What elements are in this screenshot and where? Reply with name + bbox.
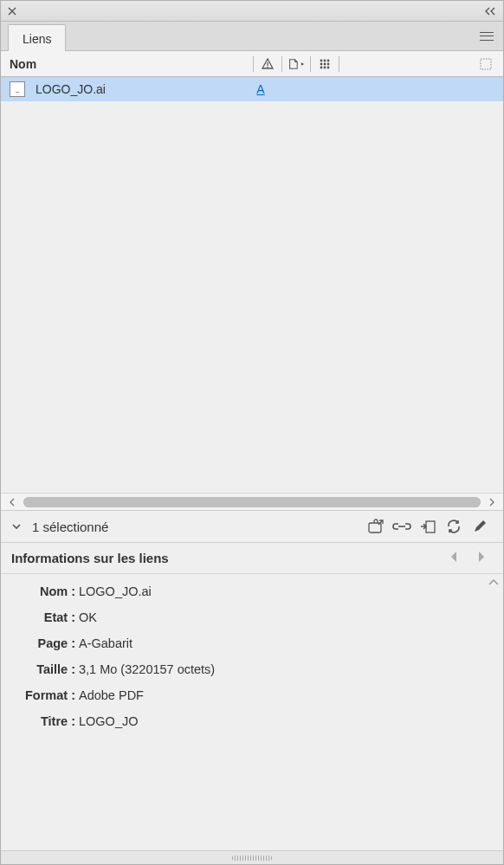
expand-selection-icon[interactable] [11, 521, 22, 532]
svg-point-1 [267, 66, 268, 68]
relink-from-cc-icon[interactable] [363, 516, 389, 537]
svg-point-3 [324, 59, 326, 61]
show-details-column-icon[interactable] [477, 55, 494, 73]
svg-point-6 [324, 62, 326, 65]
info-value-name: LOGO_JO.ai [79, 584, 152, 598]
svg-point-10 [327, 66, 330, 68]
svg-point-5 [320, 62, 323, 65]
panel-titlebar [1, 1, 503, 22]
scroll-right-icon[interactable] [486, 496, 498, 508]
info-value-title: LOGO_JO [79, 714, 139, 728]
info-label-format: Format [13, 688, 75, 702]
info-value-status: OK [79, 610, 97, 624]
grip-icon [232, 855, 272, 861]
link-thumbnail-icon [10, 81, 25, 97]
edit-original-icon[interactable] [467, 516, 493, 537]
close-icon[interactable] [8, 7, 16, 16]
go-to-link-icon[interactable] [415, 516, 441, 537]
next-link-icon[interactable] [477, 551, 493, 566]
info-body: Nom LOGO_JO.ai Etat OK Page A-Gabarit Ta… [1, 574, 503, 850]
update-link-icon[interactable] [441, 516, 467, 537]
link-filename: LOGO_JO.ai [36, 82, 252, 96]
resize-gripper[interactable] [1, 850, 503, 864]
svg-rect-11 [481, 59, 491, 69]
tab-links[interactable]: Liens [8, 24, 66, 51]
info-label-page: Page [13, 636, 75, 650]
relink-icon[interactable] [389, 516, 415, 537]
info-header-title: Informations sur les liens [11, 551, 169, 565]
page-column-icon[interactable] [288, 55, 305, 73]
svg-point-7 [327, 62, 330, 65]
list-empty-area [1, 101, 503, 493]
thumbnail-view-icon[interactable] [316, 55, 333, 73]
collapse-panel-icon[interactable] [484, 7, 496, 16]
scrollbar-thumb[interactable] [23, 497, 481, 507]
info-value-format: Adobe PDF [79, 688, 144, 702]
scrollbar-track[interactable] [23, 497, 481, 507]
tab-bar: Liens [1, 22, 503, 51]
link-page-letter[interactable]: A [252, 82, 269, 96]
svg-rect-14 [426, 521, 435, 533]
column-header-name[interactable]: Nom [10, 57, 248, 71]
info-label-title: Titre [13, 714, 75, 728]
links-panel: Liens Nom [0, 0, 504, 865]
info-value-page: A-Gabarit [79, 636, 132, 650]
prev-link-icon[interactable] [449, 551, 465, 566]
info-label-size: Taille [13, 662, 75, 676]
info-scroll-up-icon[interactable] [488, 578, 500, 586]
info-value-size: 3,1 Mo (3220157 octets) [79, 662, 215, 676]
warning-column-icon[interactable] [259, 55, 276, 73]
info-label-status: Etat [13, 610, 75, 624]
selection-count-label: 1 sélectionné [32, 520, 108, 534]
svg-point-8 [320, 66, 323, 68]
panel-menu-icon[interactable] [477, 27, 496, 46]
list-item[interactable]: LOGO_JO.ai A [1, 77, 503, 101]
list-scrollbar [1, 493, 503, 510]
selection-bar: 1 sélectionné [1, 510, 503, 543]
info-label-name: Nom [13, 584, 75, 598]
info-header: Informations sur les liens [1, 543, 503, 574]
scroll-left-icon[interactable] [6, 496, 18, 508]
links-list: LOGO_JO.ai A [1, 77, 503, 493]
svg-point-4 [327, 59, 330, 61]
svg-point-2 [320, 59, 323, 61]
column-header-row: Nom [1, 51, 503, 77]
svg-point-9 [324, 66, 326, 68]
